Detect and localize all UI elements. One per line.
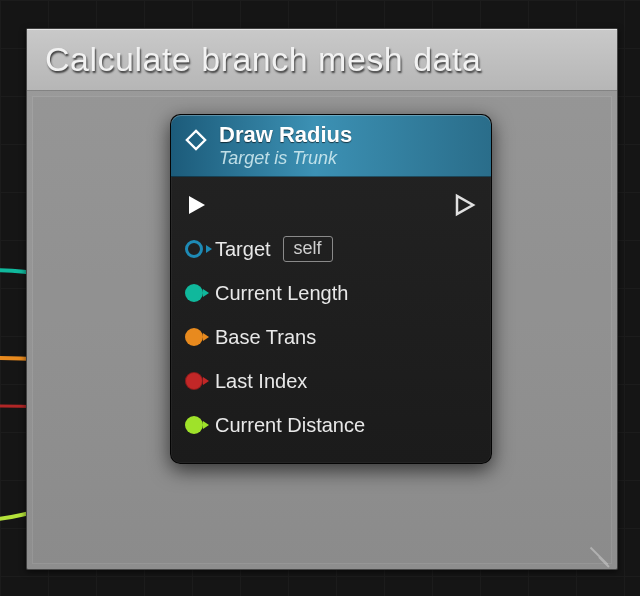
node-body: Target self Current Length Base Trans La… (171, 177, 491, 463)
float-pin-icon[interactable] (185, 416, 203, 434)
pin-base-trans[interactable]: Base Trans (185, 315, 477, 359)
pin-default-value[interactable]: self (283, 236, 333, 262)
pin-label: Current Length (215, 282, 348, 305)
pin-label: Target (215, 238, 271, 261)
exec-out-pin[interactable] (453, 193, 477, 221)
pin-label: Base Trans (215, 326, 316, 349)
pin-target[interactable]: Target self (185, 227, 477, 271)
function-icon (185, 129, 207, 155)
blueprint-canvas[interactable]: Calculate branch mesh data Draw Radius T… (0, 0, 640, 596)
transform-pin-icon[interactable] (185, 328, 203, 346)
node-subtitle: Target is Trunk (219, 149, 352, 169)
exec-row (185, 187, 477, 227)
pin-current-distance[interactable]: Current Distance (185, 403, 477, 447)
exec-in-pin[interactable] (185, 193, 209, 221)
comment-title[interactable]: Calculate branch mesh data (27, 29, 617, 91)
float-pin-icon[interactable] (185, 284, 203, 302)
pin-current-length[interactable]: Current Length (185, 271, 477, 315)
node-titles: Draw Radius Target is Trunk (219, 123, 352, 169)
pin-label: Current Distance (215, 414, 365, 437)
object-pin-icon[interactable] (185, 240, 203, 258)
pin-last-index[interactable]: Last Index (185, 359, 477, 403)
pin-label: Last Index (215, 370, 307, 393)
comment-title-text: Calculate branch mesh data (45, 40, 481, 79)
node-header[interactable]: Draw Radius Target is Trunk (171, 115, 491, 177)
int-pin-icon[interactable] (185, 372, 203, 390)
function-node-draw-radius[interactable]: Draw Radius Target is Trunk Target self (170, 114, 492, 464)
resize-grip-icon[interactable] (591, 543, 613, 565)
node-title: Draw Radius (219, 123, 352, 147)
